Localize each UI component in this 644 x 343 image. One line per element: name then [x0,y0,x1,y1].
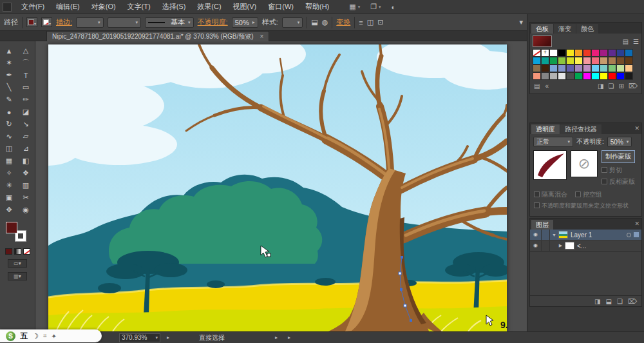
swatch[interactable] [541,49,549,57]
swatch[interactable] [591,57,600,64]
knockout-group-row[interactable]: 挖空组 [575,190,602,199]
change-screen-mode-button[interactable]: ▥▾ [8,272,27,280]
target-circle[interactable] [627,233,631,237]
swatch[interactable] [533,57,541,64]
new-swatch-icon[interactable]: ⊞ [618,83,623,90]
perspective-grid-tool[interactable]: ⊿ [17,142,34,155]
ime-mode-label[interactable]: 五 [20,331,28,342]
stroke-color-button[interactable]: ▾ [41,17,52,27]
swatch[interactable] [583,64,591,72]
status-next-icon[interactable]: ▸ [288,335,290,340]
blob-brush-tool[interactable]: ● [1,106,17,118]
object-thumbnail[interactable] [533,150,567,180]
swatch[interactable] [608,49,616,57]
tab-gradient[interactable]: 渐变 [554,24,576,34]
swatch[interactable] [583,72,591,80]
swatch-options-icon[interactable]: ◨ [598,83,603,90]
canvas-area[interactable]: 9. [35,41,527,331]
swatch[interactable] [558,64,566,72]
zoom-select[interactable]: 370.93%▾ [119,333,160,342]
magic-wand-tool[interactable]: ✶ [1,57,17,69]
swatch[interactable] [566,64,574,72]
swatch[interactable] [591,72,600,80]
direct-selection-tool[interactable]: △ [17,44,34,57]
swatch[interactable] [574,72,583,80]
define-knockout-checkbox[interactable] [534,202,540,208]
recolor-artwork-icon[interactable]: ◍ [322,18,328,26]
swatch[interactable] [625,64,633,72]
new-sublayer-icon[interactable]: ⬓ [605,298,611,305]
isolate-selected-icon[interactable]: ⊡ [377,18,383,26]
clip-checkbox[interactable] [601,167,607,173]
swatch[interactable] [549,72,558,80]
swatch[interactable] [574,64,583,72]
tab-color[interactable]: 颜色 [576,24,598,34]
ime-keyboard-icon[interactable]: ⌗ [43,332,47,340]
pathfinder-icon[interactable]: ◫ [367,18,374,26]
delete-swatch-icon[interactable]: ⌦ [629,83,638,90]
line-segment-tool[interactable]: ╲ [1,81,17,93]
swatch[interactable] [541,64,549,72]
new-color-group-icon[interactable]: ❏ [609,83,614,90]
ime-moon-icon[interactable]: ☽ [32,332,39,340]
swatch[interactable] [566,72,574,80]
swatch[interactable] [616,49,625,57]
menu-item[interactable]: 选择(S) [156,0,192,14]
swatch[interactable] [566,49,574,57]
swatch[interactable] [541,57,549,64]
swatch[interactable] [625,72,633,80]
pencil-tool[interactable]: ✏ [17,93,34,106]
swatch[interactable] [616,72,625,80]
swatch[interactable] [549,64,558,72]
status-prev-icon[interactable]: ▸ [275,335,278,340]
hand-tool[interactable]: ✥ [1,204,17,216]
swatch[interactable] [600,57,608,64]
color-button[interactable] [5,248,12,255]
stroke-link[interactable]: 描边: [56,17,72,27]
swatch[interactable] [600,72,608,80]
make-clipping-mask-icon[interactable]: ◨ [594,298,600,305]
layer-name[interactable]: Layer 1 [571,231,627,239]
next-artboard-icon[interactable]: ▸ [167,335,169,340]
isolate-blending-row[interactable]: 隔离混合 [534,190,567,199]
draw-mode-button[interactable]: ▭▾ [8,259,27,268]
isolate-blending-checkbox[interactable] [534,191,540,197]
menu-item[interactable]: 视图(V) [227,0,263,14]
swatch[interactable] [558,49,566,57]
brush-definition-select[interactable]: 基本▾ [145,17,194,28]
workspace-icon[interactable]: ❐▾ [370,3,381,11]
swatch[interactable] [625,57,633,64]
swatch[interactable] [608,72,616,80]
free-transform-tool[interactable]: ▱ [17,130,34,142]
swatch-libraries-icon[interactable]: ▤ [534,83,540,90]
pen-tool[interactable]: ✒ [1,69,17,81]
swatch[interactable] [533,49,541,57]
swatch[interactable] [600,64,608,72]
expand-chevron-icon[interactable]: ▶ [556,243,565,248]
menu-item[interactable]: 编辑(E) [50,0,86,14]
swatch[interactable] [591,49,600,57]
swatch[interactable] [566,57,574,64]
column-graph-tool[interactable]: ▥ [17,179,34,191]
lasso-tool[interactable]: ⌒ [17,57,34,69]
layer-row[interactable]: ◉ ▼ Layer 1 [530,230,641,240]
swatch[interactable] [549,49,558,57]
lock-cell[interactable] [542,230,550,240]
symbol-sprayer-tool[interactable]: ✳ [1,179,17,191]
swatch[interactable] [533,64,541,72]
zoom-tool[interactable]: ◉ [17,204,34,216]
mask-thumbnail[interactable]: ⊘ [571,150,598,177]
menu-item[interactable]: 窗口(W) [262,0,299,14]
swatch[interactable] [608,64,616,72]
menu-item[interactable]: 对象(O) [86,0,122,14]
fill-indicator[interactable] [6,222,17,233]
tab-swatches[interactable]: 色板 [531,24,553,34]
swatch[interactable] [541,72,549,80]
opacity-input[interactable]: 50%▸ [232,17,258,28]
visibility-eye-icon[interactable]: ◉ [530,240,542,251]
swatch[interactable] [591,64,600,72]
variable-width-select[interactable]: ▾ [108,17,142,28]
fill-color-button[interactable]: ▾ [26,17,37,27]
slice-tool[interactable]: ✂ [17,191,34,204]
invert-mask-checkbox[interactable] [601,179,607,184]
